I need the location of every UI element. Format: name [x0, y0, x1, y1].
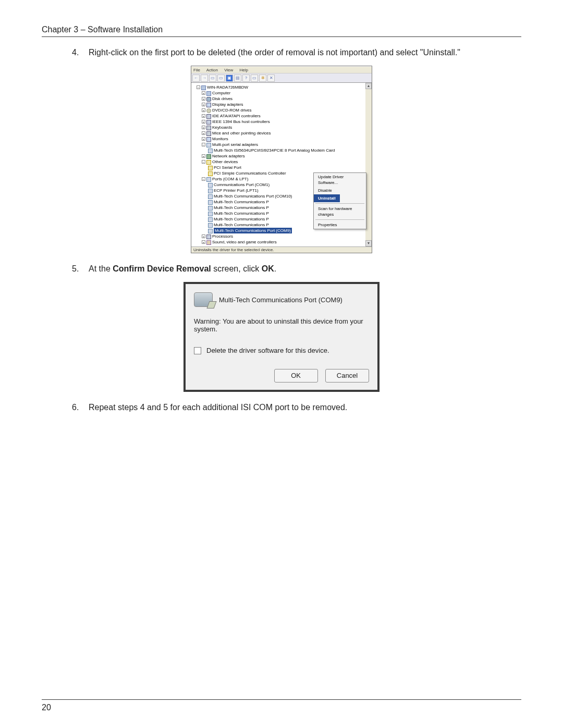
- menu-view[interactable]: View: [224, 68, 233, 72]
- node-net[interactable]: Network adapters: [212, 154, 245, 158]
- ctx-scan[interactable]: Scan for hardware changes: [314, 205, 366, 218]
- node-ports[interactable]: Ports (COM & LPT): [212, 177, 248, 181]
- node-pci-simple[interactable]: PCI Simple Communications Controller: [214, 171, 286, 176]
- step-6: 6. Repeat steps 4 and 5 for each additio…: [72, 401, 521, 413]
- device-manager-window: File Action View Help ← → ▭ ▭ ▣ ▤ ? ▭ ✲ …: [191, 66, 372, 253]
- port-icon: [208, 189, 213, 193]
- other-devices-icon: [206, 160, 211, 165]
- step-4: 4. Right-click on the first port to be d…: [72, 46, 521, 58]
- sound-icon: [206, 240, 211, 245]
- node-com1[interactable]: Communications Port (COM1): [214, 182, 270, 187]
- node-mt-b[interactable]: Multi-Tech Communications P: [214, 205, 269, 210]
- step-6-text: Repeat steps 4 and 5 for each additional…: [89, 401, 521, 413]
- dvd-icon: [206, 108, 211, 113]
- node-kb[interactable]: Keyboards: [212, 125, 232, 130]
- node-disk[interactable]: Disk drives: [212, 96, 232, 101]
- collapse-icon[interactable]: −: [197, 85, 200, 89]
- port-icon: [208, 223, 213, 228]
- device-manager-menubar[interactable]: File Action View Help: [191, 66, 372, 73]
- ctx-properties[interactable]: Properties: [314, 221, 366, 229]
- multiport-icon: [206, 143, 211, 147]
- collapse-icon[interactable]: −: [202, 160, 205, 164]
- node-ide[interactable]: IDE ATA/ATAPI controllers: [212, 114, 261, 118]
- delete-driver-checkbox[interactable]: [194, 347, 201, 354]
- step-6-number: 6.: [72, 401, 89, 413]
- expand-icon[interactable]: +: [202, 120, 205, 124]
- node-sound[interactable]: Sound, video and game controllers: [212, 240, 277, 244]
- menu-help[interactable]: Help: [240, 68, 248, 72]
- step-5-number: 5.: [72, 263, 89, 275]
- toolbar-forward-icon[interactable]: →: [201, 75, 208, 82]
- expand-icon[interactable]: +: [202, 240, 205, 244]
- expand-icon[interactable]: +: [202, 131, 205, 135]
- node-mt-c[interactable]: Multi-Tech Communications P: [214, 211, 269, 216]
- ports-icon: [206, 177, 211, 182]
- ctx-separator: [315, 219, 364, 220]
- node-mice[interactable]: Mice and other pointing devices: [212, 131, 271, 135]
- display-icon: [206, 103, 211, 107]
- processor-icon: [206, 235, 211, 239]
- port-icon: [208, 229, 213, 233]
- step-4-text: Right-click on the first port to be dele…: [89, 46, 521, 58]
- node-mt-com10[interactable]: Multi-Tech Communications Port (COM10): [214, 194, 292, 199]
- port-icon: [208, 206, 213, 211]
- ctx-update-driver[interactable]: Update Driver Software...: [314, 173, 366, 187]
- node-pci-serial[interactable]: PCI Serial Port: [214, 165, 241, 170]
- node-mt-a[interactable]: Multi-Tech Communications P: [214, 200, 269, 204]
- expand-icon[interactable]: +: [202, 126, 205, 129]
- toolbar-back-icon[interactable]: ←: [192, 75, 200, 82]
- node-monitors[interactable]: Monitors: [212, 137, 228, 141]
- cancel-button[interactable]: Cancel: [325, 369, 369, 382]
- scroll-down-icon[interactable]: ▼: [365, 240, 372, 246]
- scroll-up-icon[interactable]: ▲: [365, 83, 372, 89]
- node-computer[interactable]: Computer: [212, 91, 230, 95]
- node-other[interactable]: Other devices: [212, 159, 238, 164]
- node-lpt1[interactable]: ECP Printer Port (LPT1): [214, 188, 259, 193]
- ieee-icon: [206, 120, 211, 125]
- collapse-icon[interactable]: −: [202, 143, 205, 146]
- expand-icon[interactable]: +: [202, 154, 205, 158]
- computer-icon: [201, 85, 206, 90]
- expand-icon[interactable]: +: [202, 114, 205, 118]
- node-multiport-child[interactable]: Multi-Tech ISI5634UPCI/ISI9234PCIE 8 Por…: [214, 148, 335, 153]
- node-dvd[interactable]: DVD/CD-ROM drives: [212, 108, 252, 113]
- toolbar-help-icon[interactable]: ?: [242, 75, 250, 82]
- network-icon: [206, 154, 211, 159]
- dialog-warning: Warning: You are about to uninstall this…: [194, 317, 369, 333]
- ctx-disable[interactable]: Disable: [314, 187, 366, 194]
- expand-icon[interactable]: +: [202, 108, 205, 112]
- menu-file[interactable]: File: [193, 68, 200, 72]
- ctx-uninstall[interactable]: Uninstall: [314, 194, 340, 202]
- expand-icon[interactable]: +: [202, 103, 205, 106]
- expand-icon[interactable]: +: [202, 235, 205, 238]
- tree-root[interactable]: WIN-RADA726MBDW: [207, 85, 248, 90]
- step-5-text: At the Confirm Device Removal screen, cl…: [89, 263, 521, 275]
- port-icon: [208, 183, 213, 188]
- expand-icon[interactable]: +: [202, 91, 205, 95]
- node-mt-e[interactable]: Multi-Tech Communications P: [214, 223, 269, 227]
- toolbar-properties-icon[interactable]: ▭: [217, 75, 225, 82]
- node-display[interactable]: Display adapters: [212, 102, 243, 107]
- device-tree[interactable]: ▲ ▼ −WIN-RADA726MBDW +Computer +Disk dri…: [191, 83, 372, 246]
- collapse-icon[interactable]: −: [202, 177, 205, 181]
- expand-icon[interactable]: +: [202, 137, 205, 141]
- node-mt-d[interactable]: Multi-Tech Communications P: [214, 217, 269, 221]
- expand-icon[interactable]: +: [202, 97, 205, 101]
- pci-icon: [208, 171, 213, 176]
- toolbar-uninstall-icon[interactable]: ✕: [267, 75, 275, 82]
- toolbar-show-hidden-icon[interactable]: ▭: [209, 75, 216, 82]
- mouse-icon: [206, 131, 211, 136]
- node-proc[interactable]: Processors: [212, 234, 233, 239]
- toolbar-update-icon[interactable]: ▭: [251, 75, 258, 82]
- node-ieee[interactable]: IEEE 1394 Bus host controllers: [212, 119, 270, 124]
- node-mt-selected[interactable]: Multi-Tech Communications Port (COM9): [214, 228, 292, 233]
- menu-action[interactable]: Action: [206, 68, 218, 72]
- toolbar-monitor-icon[interactable]: ▣: [226, 75, 233, 82]
- ctx-separator: [315, 203, 364, 204]
- toolbar-list-icon[interactable]: ▤: [234, 75, 241, 82]
- node-multiport[interactable]: Multi-port serial adapters: [212, 142, 258, 147]
- toolbar-scan-icon[interactable]: ✲: [259, 75, 266, 82]
- ok-button[interactable]: OK: [274, 369, 318, 382]
- context-menu[interactable]: Update Driver Software... Disable Uninst…: [313, 172, 366, 229]
- step-5: 5. At the Confirm Device Removal screen,…: [72, 263, 521, 275]
